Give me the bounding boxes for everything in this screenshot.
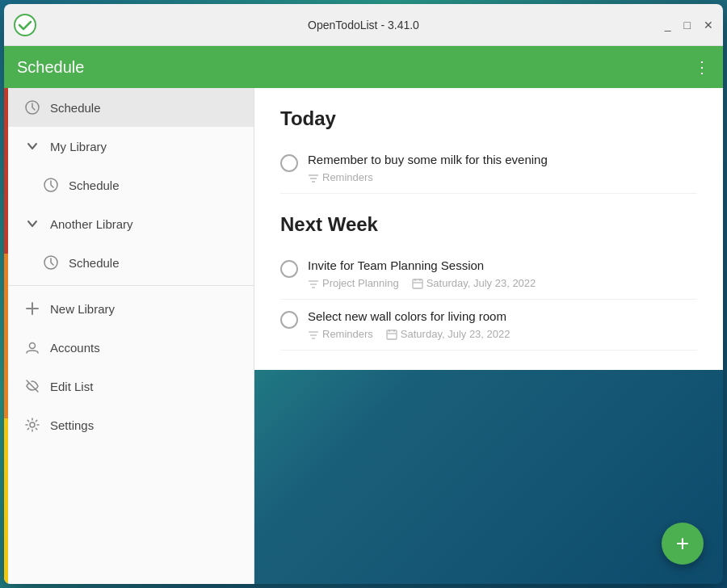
svg-rect-15 [413,279,422,288]
task-list-name-0: Reminders [308,171,373,183]
svg-point-0 [15,15,36,36]
title-bar-left [14,14,36,36]
settings-label: Settings [50,418,94,432]
another-library-label: Another Library [50,217,133,231]
sidebar-item-another-library[interactable]: Another Library [4,204,254,243]
account-icon [24,339,40,355]
task-date-label-2: Saturday, July 23, 2022 [401,328,511,340]
maximize-button[interactable]: □ [684,19,691,31]
sidebar-item-my-library-schedule[interactable]: Schedule [4,166,254,204]
my-library-schedule-label: Schedule [69,178,120,192]
filter-icon-0 [308,172,319,183]
my-library-label: My Library [50,140,107,153]
sidebar-item-another-library-schedule[interactable]: Schedule [4,243,254,282]
task-date-2: Saturday, July 23, 2022 [386,328,511,340]
main-wrapper: Today Remember to buy some milk for this… [254,88,723,584]
accent-yellow [4,418,8,584]
sidebar-item-my-library[interactable]: My Library [4,127,254,166]
header-menu-button[interactable]: ⋮ [694,57,710,77]
edit-list-label: Edit List [50,380,93,393]
calendar-icon-2 [386,329,397,340]
close-button[interactable]: ✕ [704,19,713,31]
filter-icon-2 [308,329,319,340]
eye-off-icon [24,378,40,394]
settings-icon [24,417,40,433]
table-row: Select new wall colors for living room R… [280,300,697,351]
clock-icon-my-library [43,177,59,193]
new-library-label: New Library [50,302,115,316]
another-library-schedule-label: Schedule [69,256,120,270]
chevron-down-icon-my-library [24,138,40,154]
app-icon [14,14,36,36]
task-title-0: Remember to buy some milk for this eveni… [308,153,697,166]
clock-icon-another-library [43,254,59,271]
task-title-1: Invite for Team Planning Session [308,258,697,272]
table-row: Remember to buy some milk for this eveni… [280,143,697,194]
section-today: Today Remember to buy some milk for this… [280,107,697,194]
sidebar-item-schedule-top[interactable]: Schedule [4,88,254,127]
sidebar-item-accounts[interactable]: Accounts [4,328,254,367]
app-window: OpenTodoList - 3.41.0 _ □ ✕ Schedule ⋮ [4,4,723,584]
task-meta-0: Reminders [308,171,697,183]
svg-point-6 [30,343,36,349]
window-controls: _ □ ✕ [665,19,713,31]
chevron-down-icon-another-library [24,216,40,232]
header-bar: Schedule ⋮ [4,46,723,88]
task-list-label-2: Reminders [322,328,373,340]
sidebar-item-new-library[interactable]: New Library [4,289,254,328]
task-date-1: Saturday, July 23, 2022 [412,277,536,289]
content-area: Schedule My Library Schedule An [4,88,723,584]
main-content: Today Remember to buy some milk for this… [254,88,723,370]
task-list-label-0: Reminders [322,171,373,183]
sidebar-accent [4,88,8,584]
accent-orange [4,254,8,419]
task-checkbox-1[interactable] [280,260,298,278]
add-task-button[interactable]: + [662,523,704,565]
sidebar-divider-1 [4,285,254,286]
task-meta-1: Project Planning Saturday, July 23, 2022 [308,277,697,289]
title-bar: OpenTodoList - 3.41.0 _ □ ✕ [4,4,723,46]
task-checkbox-0[interactable] [280,154,298,172]
section-next-week: Next Week Invite for Team Planning Sessi… [280,213,697,351]
accent-red [4,88,8,254]
window-title: OpenTodoList - 3.41.0 [308,19,419,32]
accounts-label: Accounts [50,341,100,355]
header-title: Schedule [17,58,84,77]
sidebar-schedule-top-label: Schedule [50,101,101,115]
task-body-1: Invite for Team Planning Session Project… [308,258,697,289]
section-title-next-week: Next Week [280,213,697,236]
sidebar-item-edit-list[interactable]: Edit List [4,367,254,405]
task-meta-2: Reminders Saturday, July 23, 2022 [308,328,697,340]
calendar-icon-1 [412,278,423,289]
section-title-today: Today [280,107,697,130]
svg-point-8 [30,422,35,427]
sidebar: Schedule My Library Schedule An [4,88,254,584]
task-body-0: Remember to buy some milk for this eveni… [308,153,697,183]
filter-icon-1 [308,278,319,289]
svg-rect-22 [387,330,397,339]
task-title-2: Select new wall colors for living room [308,309,697,323]
table-row: Invite for Team Planning Session Project… [280,249,697,300]
task-body-2: Select new wall colors for living room R… [308,309,697,340]
task-list-name-2: Reminders [308,328,373,340]
clock-icon [24,99,40,116]
task-list-label-1: Project Planning [322,277,399,289]
task-checkbox-2[interactable] [280,311,298,329]
sidebar-item-settings[interactable]: Settings [4,405,254,444]
task-date-label-1: Saturday, July 23, 2022 [427,277,536,289]
minimize-button[interactable]: _ [665,19,671,31]
task-list-name-1: Project Planning [308,277,399,289]
plus-icon [24,300,40,317]
